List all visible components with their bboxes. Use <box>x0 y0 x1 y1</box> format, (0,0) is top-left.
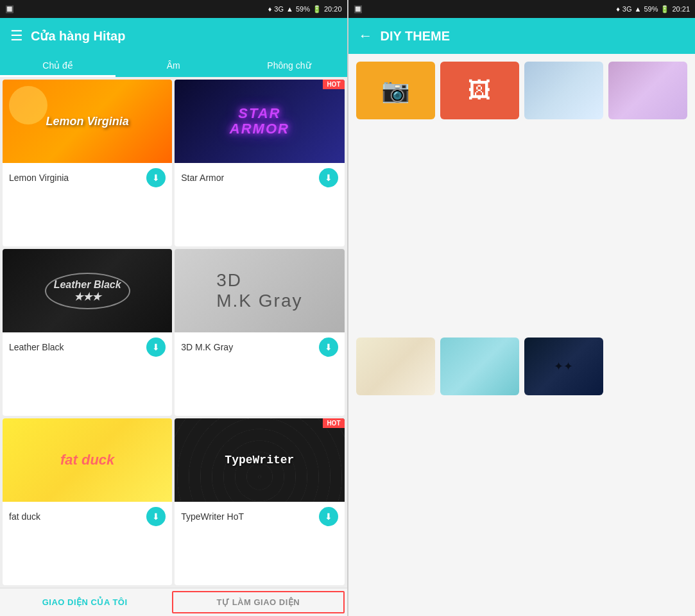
diy-tile-teal[interactable] <box>440 338 519 395</box>
right-header-title: DIY THEME <box>381 29 450 44</box>
leather-text: Leather Black★★★ <box>45 273 130 309</box>
signal-icon: ▲ <box>286 5 293 13</box>
hamburger-icon[interactable]: ☰ <box>10 28 23 44</box>
diy-theme-button[interactable]: TỰ LÀM GIAO DIỆN <box>172 591 344 613</box>
diy-grid: 📷 🖼 ✦✦ <box>348 54 696 616</box>
right-notification-icon: 🔲 <box>354 5 363 13</box>
notification-icon: 🔲 <box>5 5 14 13</box>
diy-tile-camera[interactable]: 📷 <box>356 62 435 119</box>
camera-icon: 📷 <box>381 77 410 104</box>
wifi-icon: ♦ <box>268 5 272 13</box>
right-battery-label: 59% <box>644 5 658 13</box>
diy-tile-gallery[interactable]: 🖼 <box>440 62 519 119</box>
download-btn-leather[interactable]: ⬇ <box>146 338 166 357</box>
right-status-right: ♦ 3G ▲ 59% 🔋 20:21 <box>616 5 690 13</box>
right-wifi-icon: ♦ <box>616 5 620 13</box>
back-button[interactable]: ← <box>359 28 373 44</box>
theme-info-lemon: Lemon Virginia ⬇ <box>3 163 172 193</box>
theme-name-gray: 3D M.K Gray <box>181 342 233 352</box>
right-network-label: 3G <box>622 5 632 13</box>
theme-info-star: Star Armor ⬇ <box>175 163 344 193</box>
battery-label: 59% <box>296 5 310 13</box>
theme-name-star: Star Armor <box>181 173 224 183</box>
theme-info-typewriter: TypeWriter HoT ⬇ <box>175 502 344 531</box>
download-btn-star[interactable]: ⬇ <box>319 168 338 187</box>
theme-name-duck: fat duck <box>9 511 40 522</box>
lemon-text: Lemon Virginia <box>46 115 128 128</box>
theme-info-gray: 3D M.K Gray ⬇ <box>175 332 344 362</box>
theme-card-duck[interactable]: fat duck fat duck ⬇ <box>3 418 172 585</box>
battery-icon: 🔋 <box>313 5 322 13</box>
right-status-bar: 🔲 ♦ 3G ▲ 59% 🔋 20:21 <box>348 0 696 18</box>
theme-name-typewriter: TypeWriter HoT <box>181 511 244 522</box>
theme-thumbnail-lemon: Lemon Virginia <box>3 80 172 163</box>
right-time-label: 20:21 <box>672 5 690 13</box>
gray-text: 3DM.K Gray <box>216 270 302 311</box>
right-status-left: 🔲 <box>354 5 363 13</box>
theme-info-leather: Leather Black ⬇ <box>3 332 172 362</box>
download-btn-duck[interactable]: ⬇ <box>146 507 166 526</box>
diy-tile-purple[interactable] <box>608 62 687 119</box>
theme-card-gray[interactable]: 3DM.K Gray 3D M.K Gray ⬇ <box>175 249 344 416</box>
theme-name-lemon: Lemon Virginia <box>9 173 69 183</box>
diy-tile-floral[interactable] <box>356 338 435 395</box>
status-right: ♦ 3G ▲ 59% 🔋 20:20 <box>268 5 342 13</box>
left-header: ☰ Cửa hàng Hitap <box>0 18 347 54</box>
diy-tile-cloud[interactable] <box>524 62 603 119</box>
right-header: ← DIY THEME <box>348 18 696 54</box>
left-status-bar: 🔲 ♦ 3G ▲ 59% 🔋 20:20 <box>0 0 347 18</box>
typewriter-text: TypeWriter <box>225 454 294 466</box>
theme-grid: Lemon Virginia Lemon Virginia ⬇ HOT STAR… <box>0 77 347 588</box>
left-panel: 🔲 ♦ 3G ▲ 59% 🔋 20:20 ☰ Cửa hàng Hitap Ch… <box>0 0 348 616</box>
status-left: 🔲 <box>5 5 14 13</box>
download-btn-lemon[interactable]: ⬇ <box>146 168 166 187</box>
hot-badge-typewriter: HOT <box>323 418 344 428</box>
star-text: STARARMOR <box>230 106 289 137</box>
tab-chu-de[interactable]: Chủ đề <box>0 54 116 77</box>
bottom-bar: GIAO DIỆN CỦA TÔI TỰ LÀM GIAO DIỆN <box>0 588 347 616</box>
download-btn-gray[interactable]: ⬇ <box>319 338 338 357</box>
network-label: 3G <box>274 5 284 13</box>
theme-card-typewriter[interactable]: HOT TypeWriter TypeWriter HoT ⬇ <box>175 418 344 585</box>
download-btn-typewriter[interactable]: ⬇ <box>319 507 338 526</box>
tabs-bar: Chủ đề Âm Phông chữ <box>0 54 347 77</box>
theme-card-leather[interactable]: Leather Black★★★ Leather Black ⬇ <box>3 249 172 416</box>
gallery-icon: 🖼 <box>468 77 491 104</box>
space-decoration: ✦✦ <box>554 359 573 373</box>
diy-tile-space[interactable]: ✦✦ <box>524 338 603 395</box>
theme-name-leather: Leather Black <box>9 342 64 352</box>
theme-thumbnail-gray: 3DM.K Gray <box>175 249 344 332</box>
theme-thumbnail-leather: Leather Black★★★ <box>3 249 172 332</box>
theme-thumbnail-duck: fat duck <box>3 418 172 502</box>
right-signal-icon: ▲ <box>635 5 642 13</box>
time-label: 20:20 <box>324 5 342 13</box>
theme-thumbnail-star: HOT STARARMOR <box>175 80 344 163</box>
theme-info-duck: fat duck ⬇ <box>3 502 172 531</box>
tab-am[interactable]: Âm <box>116 54 231 77</box>
right-battery-icon: 🔋 <box>660 5 669 13</box>
theme-card-lemon[interactable]: Lemon Virginia Lemon Virginia ⬇ <box>3 80 172 246</box>
right-panel: 🔲 ♦ 3G ▲ 59% 🔋 20:21 ← DIY THEME 📷 🖼 <box>348 0 696 616</box>
left-header-title: Cửa hàng Hitap <box>31 28 125 44</box>
my-theme-button[interactable]: GIAO DIỆN CỦA TÔI <box>0 588 169 616</box>
tab-phong-chu[interactable]: Phông chữ <box>231 54 347 77</box>
theme-card-star[interactable]: HOT STARARMOR Star Armor ⬇ <box>175 80 344 246</box>
duck-text: fat duck <box>60 452 114 468</box>
theme-thumbnail-typewriter: HOT TypeWriter <box>175 418 344 502</box>
hot-badge-star: HOT <box>323 80 344 89</box>
